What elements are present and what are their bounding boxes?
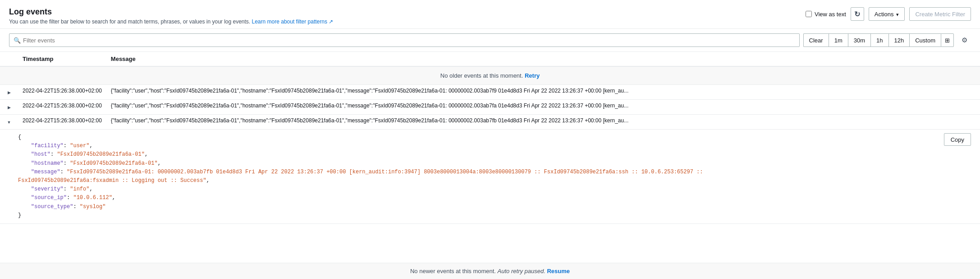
- expanded-content-cell: { "facility": "user", "host": "FsxId0974…: [0, 130, 980, 224]
- chevron-down-icon: [7, 120, 11, 125]
- gear-icon: [962, 36, 967, 44]
- expanded-content-row: { "facility": "user", "host": "FsxId0974…: [0, 130, 980, 224]
- col-header-message: Message: [106, 52, 980, 66]
- search-input[interactable]: [9, 33, 800, 47]
- page-container: Log events You can use the filter bar be…: [0, 0, 980, 279]
- expand-cell-1: [0, 85, 18, 100]
- expand-button-3[interactable]: [5, 117, 14, 126]
- no-older-events-row: No older events at this moment. Retry: [0, 66, 980, 85]
- table-row: 2022-04-22T15:26:38.000+02:00 {"facility…: [0, 85, 980, 100]
- expanded-json: { "facility": "user", "host": "FsxId0974…: [18, 133, 975, 220]
- header-right: View as text Actions Create Metric Filte…: [806, 7, 971, 21]
- col-header-expand: [0, 52, 18, 66]
- table-container: Timestamp Message No older events at thi…: [0, 52, 980, 263]
- message-cell-1: {"facility":"user","host":"FsxId09745b20…: [106, 85, 980, 100]
- time-btn-grid[interactable]: [941, 33, 954, 47]
- page-title: Log events: [9, 7, 333, 17]
- timestamp-cell-1: 2022-04-22T15:26:38.000+02:00: [18, 85, 106, 100]
- message-cell-3: {"facility":"user","host":"FsxId09745b20…: [106, 115, 980, 130]
- time-btn-custom[interactable]: Custom: [909, 33, 941, 47]
- chevron-right-icon: [8, 90, 11, 95]
- header-description: You can use the filter bar below to sear…: [9, 19, 333, 25]
- retry-link[interactable]: Retry: [525, 72, 540, 79]
- view-as-text-label: View as text: [806, 11, 846, 18]
- header: Log events You can use the filter bar be…: [0, 0, 980, 29]
- time-btn-1h[interactable]: 1h: [870, 33, 888, 47]
- expand-button-2[interactable]: [5, 102, 14, 112]
- time-btn-1m[interactable]: 1m: [829, 33, 848, 47]
- actions-button[interactable]: Actions: [869, 7, 905, 21]
- col-header-timestamp: Timestamp: [18, 52, 106, 66]
- refresh-button[interactable]: [851, 7, 864, 21]
- expand-cell-3: [0, 115, 18, 130]
- bottom-bar: No newer events at this moment. Auto ret…: [0, 263, 980, 279]
- resume-link[interactable]: Resume: [547, 268, 570, 274]
- no-older-events-cell: No older events at this moment. Retry: [0, 66, 980, 85]
- table-row: 2022-04-22T15:26:38.000+02:00 {"facility…: [0, 115, 980, 130]
- learn-more-link[interactable]: Learn more about filter patterns ↗: [252, 19, 334, 25]
- auto-retry-text: Auto retry paused.: [498, 268, 545, 274]
- copy-button[interactable]: Copy: [944, 133, 971, 146]
- grid-icon: [945, 37, 950, 44]
- header-left: Log events You can use the filter bar be…: [9, 7, 333, 25]
- settings-button[interactable]: [957, 33, 971, 47]
- expand-cell-2: [0, 100, 18, 115]
- view-as-text-checkbox[interactable]: [806, 11, 812, 17]
- time-btn-clear[interactable]: Clear: [803, 33, 829, 47]
- search-icon: 🔍: [14, 37, 21, 44]
- expand-button-1[interactable]: [5, 88, 14, 97]
- timestamp-cell-3: 2022-04-22T15:26:38.000+02:00: [18, 115, 106, 130]
- table-row: 2022-04-22T15:26:38.000+02:00 {"facility…: [0, 100, 980, 115]
- chevron-right-icon: [8, 105, 11, 110]
- refresh-icon: [854, 10, 860, 19]
- message-cell-2: {"facility":"user","host":"FsxId09745b20…: [106, 100, 980, 115]
- events-table: Timestamp Message No older events at thi…: [0, 52, 980, 224]
- time-btn-30m[interactable]: 30m: [848, 33, 870, 47]
- filter-bar: 🔍 Clear 1m 30m 1h 12h Custom: [0, 29, 980, 52]
- table-header-row: Timestamp Message: [0, 52, 980, 66]
- expanded-inner: { "facility": "user", "host": "FsxId0974…: [0, 130, 980, 223]
- dropdown-arrow-icon: [896, 11, 899, 18]
- create-metric-filter-button[interactable]: Create Metric Filter: [909, 7, 971, 21]
- time-btn-12h[interactable]: 12h: [888, 33, 910, 47]
- time-buttons-group: Clear 1m 30m 1h 12h Custom: [803, 33, 954, 47]
- search-container: 🔍: [9, 33, 800, 47]
- timestamp-cell-2: 2022-04-22T15:26:38.000+02:00: [18, 100, 106, 115]
